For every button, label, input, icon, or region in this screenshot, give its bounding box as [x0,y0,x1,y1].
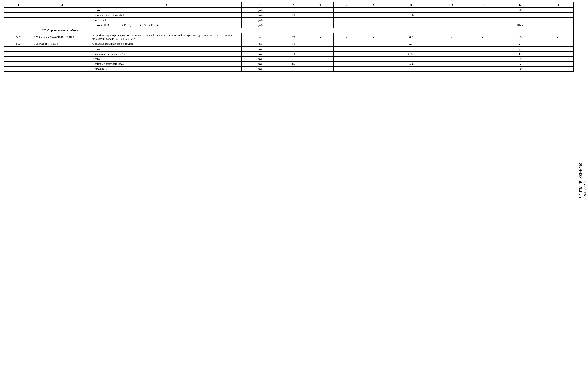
table-row: Итого руб. 85 [4,57,574,62]
col-header-11: II [467,2,498,8]
cell-1 [4,13,33,18]
cell-8 [360,46,387,51]
cell-13 [542,23,573,28]
cell-10 [435,62,467,67]
cell-1: 502 [4,33,33,41]
cell-13 [542,13,573,18]
cell-11 [467,13,498,18]
cell-3: Итого по II /А + Б + В+ + Г + Д + Е + Ж … [91,23,241,28]
cell-10 [435,13,467,18]
cell-6: - [307,41,334,47]
cell-3: Накладные расходы I6,5% [91,51,241,57]
table-row: Итого по К : руб. 2I [4,18,574,23]
col-header-9: 9 [387,2,435,8]
cell-5 [280,23,307,28]
cell-12: 49 [498,33,542,41]
cell-10 [435,23,467,28]
cell-8 [360,51,387,57]
cell-7: - [334,41,360,47]
cell-11 [467,8,498,13]
cell-4: руб. [242,23,280,28]
cell-13 [542,57,573,62]
cell-7 [334,13,360,18]
cell-2 [33,8,91,13]
cell-7 [334,67,360,72]
cell-4: руб. [242,57,280,62]
cell-6 [307,62,334,67]
cell-6 [307,67,334,72]
cell-9: 0,06 [387,62,435,67]
table-row: Итого руб. 73 [4,46,574,51]
cell-10: - [435,41,467,47]
cell-7 [334,18,360,23]
cell-9: 0,7 [387,33,435,41]
cell-13 [542,62,573,67]
table-row: Итого по Ш руб. 90 [4,67,574,72]
cell-12: 20 [498,8,542,13]
cell-9 [387,18,435,23]
table-row: Плановые накопления 6% руб. 20 0,06 I [4,13,574,18]
cell-5: 70 [280,33,307,41]
cell-11 [467,67,498,72]
page-wrapper: I 2 3 4 5 6 7 8 9 IO II I2 I3 [0,0,588,369]
cell-1 [4,46,33,51]
cell-6 [307,51,334,57]
cell-5 [280,8,307,13]
cell-11 [467,57,498,62]
col-header-3: 3 [91,2,241,8]
table-header: I 2 3 4 5 6 7 8 9 IO II I2 I3 [4,2,574,8]
cell-6 [307,57,334,62]
cell-13 [542,51,573,57]
cell-6 [307,46,334,51]
cell-9: 0,06 [387,13,435,18]
cell-7 [334,57,360,62]
cell-8 [360,8,387,13]
cell-7 [334,62,360,67]
col-header-7: 7 [334,2,360,8]
col-header-1: I [4,2,33,8]
cell-11 [467,51,498,57]
col-header-4: 4 [242,2,280,8]
cell-5: 73 [280,51,307,57]
cell-10 [435,8,467,13]
side-label: 903-I-I5У .Дл.ЛП.ч.2 15858·I·8 [578,0,588,369]
cell-7 [334,8,360,13]
cell-5 [280,57,307,62]
table-row: 502 I-595 техн.ч. п.63,64 СНиП, т.IO-IIZ… [4,33,574,41]
cell-7 [334,46,360,51]
cell-2 [33,57,91,62]
col-header-2: 2 [33,2,91,8]
cell-1 [4,62,33,67]
cell-3: Итого [91,8,241,13]
cell-5 [280,67,307,72]
cell-2: I-595 техн.ч. п.63,64 СНиП, т.IO-IIZ-б [33,33,91,41]
table-row: Итого руб. 20 [4,8,574,13]
col-header-12: I2 [498,2,542,8]
cell-4: м3 [242,33,280,41]
cell-3: Плановые накопления 6% [91,62,241,67]
cell-1 [4,57,33,62]
cell-8 [360,62,387,67]
cell-11 [467,46,498,51]
cell-2 [33,18,91,23]
main-content: I 2 3 4 5 6 7 8 9 IO II I2 I3 [0,0,578,369]
cell-2 [33,62,91,67]
cell-13 [542,67,573,72]
cell-1: 503 [4,41,33,47]
cell-6: - [307,33,334,41]
cell-10 [435,51,467,57]
cell-9 [387,8,435,13]
cell-5 [280,18,307,23]
cell-3: Обратная засыпка того же грунта [91,41,241,47]
cell-3: Плановые накопления 6% [91,13,241,18]
cell-10 [435,57,467,62]
cell-12: I2 [498,51,542,57]
cell-9 [387,57,435,62]
cell-9 [387,23,435,28]
cell-12: 90 [498,67,542,72]
cell-11 [467,62,498,67]
col-header-6: 6 [307,2,334,8]
cell-12: 73 [498,46,542,51]
cell-11 [467,23,498,28]
cell-1 [4,18,33,23]
